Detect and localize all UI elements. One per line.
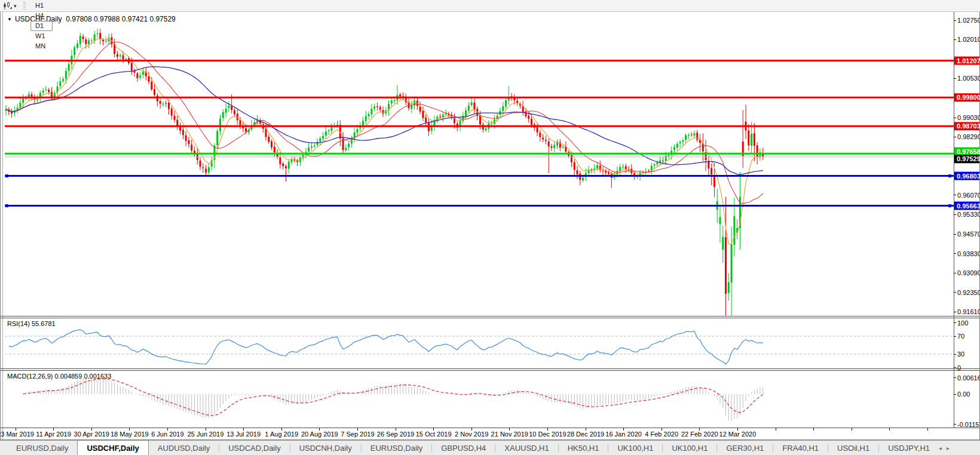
macd-indicator-label: MACD(12,26,9) 0.004859 0.001633 xyxy=(7,373,111,380)
timeframe-button-h1[interactable]: H1 xyxy=(30,1,53,11)
candle-body xyxy=(485,128,487,130)
chart-canvas[interactable]: 1.027501.020101.005300.990300.982900.960… xyxy=(0,0,980,455)
tab-fra40-h1[interactable]: FRA40,H1 xyxy=(773,441,828,455)
candle-body xyxy=(131,63,133,70)
tab-eurusd-daily[interactable]: EURUSD,Daily xyxy=(362,441,431,455)
date-axis-label: 7 Sep 2019 xyxy=(341,431,374,438)
candle-body xyxy=(550,146,552,148)
price-tag-label: 1.01207 xyxy=(957,57,980,64)
tab-eurusd-daily[interactable]: EURUSD,Daily xyxy=(7,441,77,455)
candle-body xyxy=(48,90,50,92)
candle-body xyxy=(685,135,687,140)
candle-body xyxy=(231,106,232,110)
candle-body xyxy=(182,130,184,135)
tab-audusd-daily[interactable]: AUDUSD,Daily xyxy=(149,441,219,455)
candle-body xyxy=(399,94,401,96)
candle-body xyxy=(574,162,575,170)
line-handle[interactable] xyxy=(5,204,8,207)
candle-body xyxy=(279,157,281,164)
candle-body xyxy=(468,106,470,111)
tab-ger30-h1[interactable]: GER30,H1 xyxy=(717,441,773,455)
ma-slow-line xyxy=(6,67,763,175)
candle-body xyxy=(171,109,173,116)
chart-tabs: EURUSD,DailyUSDCHF,DailyAUDUSD,DailyUSDC… xyxy=(7,441,939,455)
date-axis-label: 26 Sep 2019 xyxy=(377,431,414,438)
toolbar-grip[interactable] xyxy=(23,2,26,10)
candle-body xyxy=(105,41,107,42)
line-handle[interactable] xyxy=(948,174,951,177)
tabs-scroll-left-icon[interactable]: ◂ xyxy=(939,445,942,451)
candle-body xyxy=(662,161,664,161)
tabs-scroll-right-icon[interactable]: ▸ xyxy=(947,445,950,451)
candle-body xyxy=(274,147,275,153)
candle-body xyxy=(362,121,364,125)
candle-body xyxy=(656,162,658,164)
tab-hk50-h1[interactable]: HK50,H1 xyxy=(559,441,608,455)
candle-body xyxy=(382,110,384,113)
candle-body xyxy=(502,106,504,111)
candle-body xyxy=(665,156,667,161)
candle-body xyxy=(562,147,564,147)
tab-usdchf-daily[interactable]: USDCHF,Daily xyxy=(77,440,148,455)
candle-body xyxy=(99,33,101,39)
candle-body xyxy=(79,36,81,44)
timeframe-button-w1[interactable]: W1 xyxy=(30,31,53,41)
timeframe-button-d1[interactable]: D1 xyxy=(30,21,53,31)
candle-body xyxy=(148,76,150,82)
candle-body xyxy=(556,142,558,145)
price-axis-label: 0.99030 xyxy=(957,114,980,121)
timeframe-button-h4[interactable]: H4 xyxy=(30,11,53,21)
tab-usoil-h1[interactable]: USOil,H1 xyxy=(828,441,878,455)
tab-usdjpy-h1[interactable]: USDJPY,H1 xyxy=(879,441,939,455)
candle-body xyxy=(317,142,318,145)
candle-body xyxy=(719,217,721,225)
price-tag-label: 0.98703 xyxy=(957,122,980,130)
price-axis-label: 1.02010 xyxy=(957,36,980,43)
date-axis-label: 23 Mar 2019 xyxy=(0,431,34,438)
date-axis-label: 22 Feb 2020 xyxy=(681,431,718,438)
tab-gbpusd-h4[interactable]: GBPUSD,H4 xyxy=(432,441,495,455)
price-axis-label: 1.02750 xyxy=(957,17,980,24)
candle-body xyxy=(748,131,749,146)
date-axis-label: 18 May 2019 xyxy=(111,431,149,438)
candle-body xyxy=(373,106,375,109)
price-tag-label: 0.96803 xyxy=(957,173,980,180)
candlestick-chart-glyph xyxy=(3,2,13,10)
candle-body xyxy=(693,133,695,136)
candle-body xyxy=(582,178,584,180)
chart-dropdown-icon[interactable]: ▼ xyxy=(7,17,12,22)
candle-body xyxy=(308,147,310,152)
candle-body xyxy=(11,112,13,113)
candle-body xyxy=(85,39,87,44)
tab-uk100-h1[interactable]: UK100,H1 xyxy=(608,441,662,455)
candle-body xyxy=(539,133,541,137)
candle-body xyxy=(120,55,121,56)
date-axis-label: 20 Aug 2019 xyxy=(301,431,338,438)
date-axis-label: 15 Oct 2019 xyxy=(416,431,452,438)
candle-body xyxy=(168,103,170,109)
candle-body xyxy=(691,134,693,135)
candle-body xyxy=(22,99,24,103)
tab-usdcnh-daily[interactable]: USDCNH,Daily xyxy=(290,441,361,455)
candle-body xyxy=(602,171,604,171)
line-handle[interactable] xyxy=(948,204,951,207)
chart-type-icon[interactable] xyxy=(2,1,14,11)
tab-uk100-h1[interactable]: UK100,H1 xyxy=(663,441,716,455)
macd-signal-line xyxy=(23,379,763,416)
tab-usdcad-daily[interactable]: USDCAD,Daily xyxy=(219,441,289,455)
tab-xauusd-h1[interactable]: XAUUSD,H1 xyxy=(495,441,558,455)
chart-type-dropdown-icon[interactable]: ▾ xyxy=(14,3,21,9)
candle-body xyxy=(62,79,64,81)
candle-body xyxy=(174,116,176,120)
candle-body xyxy=(757,145,758,157)
candle-body xyxy=(682,140,684,142)
candle-body xyxy=(136,73,138,78)
candle-body xyxy=(25,99,27,99)
macd-axis-label: 0.00 xyxy=(957,391,970,398)
line-handle[interactable] xyxy=(5,174,8,177)
candle-body xyxy=(673,147,675,150)
candle-body xyxy=(348,143,350,147)
timeframe-button-mn[interactable]: MN xyxy=(30,41,53,51)
candle-body xyxy=(688,135,690,136)
candle-body xyxy=(91,40,93,41)
